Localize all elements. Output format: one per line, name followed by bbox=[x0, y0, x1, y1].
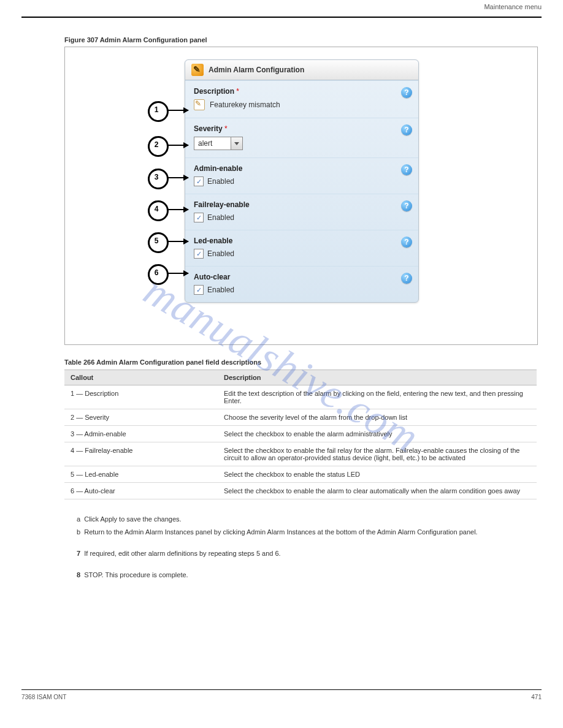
severity-label: Severity bbox=[194, 124, 223, 133]
footer-right: 471 bbox=[531, 694, 542, 700]
figure-box: Admin Alarm Configuration ? Description … bbox=[64, 47, 538, 345]
help-icon[interactable]: ? bbox=[401, 87, 412, 98]
cell: Choose the severity level of the alarm f… bbox=[218, 409, 537, 426]
callout-arrow bbox=[167, 177, 188, 178]
failrelay-enable-text: Enabled bbox=[207, 213, 234, 222]
cell: Select the checkbox to enable the fail r… bbox=[218, 442, 537, 466]
field-severity: ? Severity * alert bbox=[185, 118, 418, 157]
help-icon[interactable]: ? bbox=[401, 237, 412, 248]
field-led-enable: ? Led-enable Enabled bbox=[185, 230, 418, 266]
admin-enable-text: Enabled bbox=[207, 177, 234, 186]
table-title: Table 266 Admin Alarm Configuration pane… bbox=[64, 358, 542, 366]
tools-icon bbox=[191, 64, 204, 76]
admin-enable-checkbox[interactable] bbox=[194, 176, 204, 186]
failrelay-enable-checkbox[interactable] bbox=[194, 213, 204, 222]
callout-6: 6 bbox=[148, 268, 165, 277]
admin-enable-label: Admin-enable bbox=[194, 164, 242, 173]
callout-3: 3 bbox=[148, 173, 165, 181]
help-icon[interactable]: ? bbox=[401, 124, 412, 135]
table-row: 5 — Led-enableSelect the checkbox to ena… bbox=[64, 466, 537, 483]
figure-title: Figure 307 Admin Alarm Configuration pan… bbox=[64, 36, 542, 44]
led-enable-label: Led-enable bbox=[194, 237, 232, 245]
step-8: 8 STOP. This procedure is complete. bbox=[77, 569, 542, 582]
cell: 1 — Description bbox=[64, 385, 218, 409]
cell: Select the checkbox to enable the alarm … bbox=[218, 483, 537, 499]
callout-2: 2 bbox=[148, 140, 165, 149]
callout-arrow bbox=[167, 145, 188, 146]
panel-header: Admin Alarm Configuration bbox=[185, 60, 418, 80]
callout-5: 5 bbox=[148, 237, 165, 245]
cell: 4 — Failrelay-enable bbox=[64, 442, 218, 466]
cell: 2 — Severity bbox=[64, 409, 218, 426]
step-b: b Return to the Admin Alarm Instances pa… bbox=[77, 526, 542, 539]
field-description-table: Callout Description 1 — DescriptionEdit … bbox=[64, 370, 537, 499]
callout-arrow bbox=[167, 110, 188, 111]
description-label: Description bbox=[194, 87, 234, 96]
step-a: a Click Apply to save the changes. bbox=[77, 513, 542, 526]
th-description: Description bbox=[218, 370, 537, 385]
help-icon[interactable]: ? bbox=[401, 164, 412, 175]
header-right: Maintenance menu bbox=[484, 3, 542, 10]
admin-alarm-panel: Admin Alarm Configuration ? Description … bbox=[185, 59, 419, 303]
field-admin-enable: ? Admin-enable Enabled bbox=[185, 157, 418, 194]
auto-clear-text: Enabled bbox=[207, 286, 234, 294]
led-enable-text: Enabled bbox=[207, 249, 234, 258]
description-value[interactable]: Featurekey mismatch bbox=[210, 100, 280, 109]
table-row: 6 — Auto-clearSelect the checkbox to ena… bbox=[64, 483, 537, 499]
cell: 3 — Admin-enable bbox=[64, 426, 218, 442]
chevron-down-icon bbox=[231, 137, 242, 150]
page-footer: 7368 ISAM ONT 471 bbox=[21, 689, 542, 700]
table-row: 1 — DescriptionEdit the text description… bbox=[64, 385, 537, 409]
table-row: 2 — SeverityChoose the severity level of… bbox=[64, 409, 537, 426]
edit-icon[interactable] bbox=[194, 99, 205, 110]
cell: Select the checkbox to enable the alarm … bbox=[218, 426, 537, 442]
severity-select[interactable]: alert bbox=[194, 137, 243, 150]
required-asterisk: * bbox=[224, 124, 228, 133]
step-7: 7 If required, edit other alarm definiti… bbox=[77, 547, 542, 560]
table-row: 4 — Failrelay-enableSelect the checkbox … bbox=[64, 442, 537, 466]
cell: 5 — Led-enable bbox=[64, 466, 218, 483]
required-asterisk: * bbox=[236, 87, 239, 96]
cell: 6 — Auto-clear bbox=[64, 483, 218, 499]
help-icon[interactable]: ? bbox=[401, 273, 412, 284]
cell: Edit the text description of the alarm b… bbox=[218, 385, 537, 409]
callout-arrow bbox=[167, 209, 188, 210]
callout-arrow bbox=[167, 241, 188, 242]
auto-clear-label: Auto-clear bbox=[194, 273, 230, 281]
top-rule bbox=[21, 17, 542, 18]
callout-1: 1 bbox=[148, 105, 165, 114]
callout-4: 4 bbox=[148, 205, 165, 213]
field-auto-clear: ? Auto-clear Enabled bbox=[185, 266, 418, 302]
severity-value: alert bbox=[194, 139, 231, 148]
auto-clear-checkbox[interactable] bbox=[194, 285, 204, 295]
footer-left: 7368 ISAM ONT bbox=[21, 694, 66, 700]
table-row: 3 — Admin-enableSelect the checkbox to e… bbox=[64, 426, 537, 442]
failrelay-enable-label: Failrelay-enable bbox=[194, 200, 250, 209]
led-enable-checkbox[interactable] bbox=[194, 249, 204, 259]
help-icon[interactable]: ? bbox=[401, 200, 412, 211]
th-callout: Callout bbox=[64, 370, 218, 385]
cell: Select the checkbox to enable the status… bbox=[218, 466, 537, 483]
callout-arrow bbox=[167, 273, 188, 274]
post-steps: a Click Apply to save the changes. b Ret… bbox=[77, 513, 542, 582]
field-failrelay-enable: ? Failrelay-enable Enabled bbox=[185, 194, 418, 230]
field-description: ? Description * Featurekey mismatch bbox=[185, 80, 418, 118]
panel-title: Admin Alarm Configuration bbox=[209, 66, 304, 74]
